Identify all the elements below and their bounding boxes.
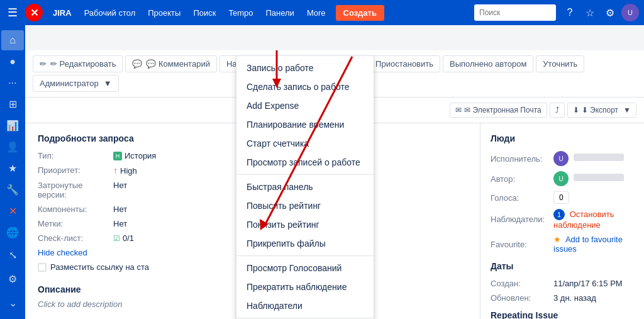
sidebar-person-icon[interactable]: 👤 (1, 137, 24, 157)
nav-tempo[interactable]: Tempo (223, 6, 258, 20)
email-button[interactable]: ✉ ✉ Электронная Почта (450, 103, 547, 118)
done-by-author-button[interactable]: Выполнено автором (443, 55, 533, 72)
done-by-author-label: Выполнено автором (450, 59, 526, 69)
author-label: Автор: (491, 174, 553, 184)
clarify-button[interactable]: Уточнить (536, 55, 584, 72)
affected-versions-value: Нет (113, 181, 127, 190)
updated-row: Обновлен: 3 дн. назад (491, 293, 634, 303)
star-favourite-icon: ★ (553, 235, 561, 244)
place-link-checkbox[interactable] (38, 263, 47, 272)
nav-search[interactable]: Поиск (188, 6, 221, 20)
components-label: Компоненты: (38, 204, 113, 214)
favourite-row: Favourite: ★ Add to favourite issues (491, 235, 634, 254)
author-row: Автор: U (491, 171, 634, 186)
dropdown-item-view-votes[interactable]: Просмотр Голосований (236, 259, 374, 277)
watchers-value: 1 Остановить наблюдение (553, 209, 634, 230)
sidebar-tool-icon[interactable]: 🔧 (1, 179, 24, 199)
sidebar-chart-icon[interactable]: 📊 (1, 116, 24, 136)
place-link-text: Разместить ссылку на ста (50, 262, 149, 272)
pause-button[interactable]: Приостановить (369, 55, 440, 72)
votes-row: Голоса: 0 (491, 191, 634, 204)
sidebar-grid-icon[interactable]: ⊞ (1, 94, 24, 115)
dropdown-item-make-record[interactable]: Сделать запись о работе (236, 77, 374, 96)
nav-panels[interactable]: Панели (260, 6, 299, 20)
sidebar-x-icon[interactable]: ✕ (1, 201, 24, 221)
star-icon[interactable]: ☆ (581, 4, 599, 21)
settings-icon[interactable]: ⚙ (601, 4, 619, 21)
user-avatar[interactable]: U (621, 4, 639, 21)
top-navigation: ☰ ✕ JIRA Рабочий стол Проекты Поиск Temp… (0, 0, 644, 25)
sidebar-planet-icon[interactable]: 🌐 (1, 222, 24, 242)
checklist-value: ☑ 0/1 (113, 233, 134, 243)
dropdown-item-view-records[interactable]: Просмотр записей о работе (236, 153, 374, 172)
sidebar-home-icon[interactable]: ⌂ (1, 30, 24, 50)
author-name (574, 174, 624, 181)
nav-workdesk[interactable]: Рабочий стол (79, 6, 141, 20)
nav-projects[interactable]: Проекты (143, 6, 186, 20)
admin-button[interactable]: Администратор ▼ (33, 75, 119, 92)
labels-value: Нет (113, 219, 127, 228)
author-value: U (553, 171, 624, 186)
sidebar-circle-icon[interactable]: ● (1, 52, 24, 72)
export-label: ⬇ Экспорт (582, 106, 618, 115)
affected-versions-label: Затронутые версии: (38, 181, 113, 199)
sidebar-gear-icon[interactable]: ⚙ (1, 267, 24, 290)
app-logo: ✕ (25, 4, 43, 21)
assignee-value: U (553, 151, 624, 166)
admin-arrow-icon: ▼ (104, 79, 112, 88)
dropdown-item-quick-panel[interactable]: Быстрая панель (236, 177, 374, 196)
pause-label: Приостановить (375, 59, 433, 69)
priority-value: ↑ High (113, 165, 137, 176)
sidebar-dots-icon[interactable]: ··· (1, 73, 24, 93)
checklist-count: 0/1 (123, 233, 134, 243)
edit-label: ✏ Редактировать (50, 59, 116, 69)
export-arrow-icon: ▼ (623, 106, 631, 115)
hide-checked-link[interactable]: Hide checked (38, 248, 87, 257)
priority-text: High (120, 166, 137, 176)
dropdown-item-watchers[interactable]: Наблюдатели (236, 296, 374, 315)
edit-button[interactable]: ✏ ✏ Редактировать (33, 55, 123, 72)
sidebar-expand-icon[interactable]: ⤡ (1, 243, 24, 266)
edit-icon: ✏ (40, 59, 47, 69)
hamburger-menu-icon[interactable]: ☰ (5, 3, 20, 22)
priority-arrow-icon: ↑ (113, 165, 118, 176)
dropdown-item-time-planning[interactable]: Планирование времени (236, 115, 374, 134)
assignee-name (574, 154, 624, 161)
left-sidebar: ⌂ ● ··· ⊞ 📊 👤 ★ 🔧 ✕ 🌐 ⤡ ⚙ ⌄ (0, 25, 25, 319)
create-button[interactable]: Создать (336, 5, 384, 21)
export-button[interactable]: ⬇ ⬇ Экспорт ▼ (567, 103, 636, 118)
dropdown-item-add-expense[interactable]: Add Expense (236, 96, 374, 115)
favourite-label: Favourite: (491, 240, 553, 249)
people-title: Люди (491, 133, 634, 143)
logo-text: ✕ (30, 7, 38, 19)
components-value: Нет (113, 204, 127, 214)
add-favourite-link[interactable]: Add to favourite issues (553, 235, 623, 254)
clarify-label: Уточнить (543, 59, 577, 69)
watchers-label: Наблюдатели: (491, 215, 553, 224)
dropdown-item-attach-files[interactable]: Прикрепить файлы (236, 234, 374, 253)
comment-icon: 💬 (132, 59, 142, 69)
search-input[interactable] (474, 4, 556, 21)
other-actions-dropdown: Запись о работе Сделать запись о работе … (236, 55, 374, 319)
vote-button[interactable]: 0 (553, 191, 569, 204)
email-icon: ✉ (455, 106, 462, 115)
repeating-title: Repeating Issue (491, 310, 634, 319)
nav-more[interactable]: More (302, 6, 331, 20)
priority-label: Приоритет: (38, 165, 113, 175)
people-section: Люди Исполнитель: U Автор: U (491, 133, 634, 254)
sidebar-star-filled-icon[interactable]: ★ (1, 158, 24, 178)
search-area (474, 4, 556, 21)
labels-label: Метки: (38, 219, 113, 228)
dropdown-item-decrease-rating[interactable]: Понизить рейтинг (236, 215, 374, 234)
type-text: История (125, 151, 156, 160)
sidebar-chevron-icon[interactable]: ⌄ (1, 291, 24, 314)
dropdown-item-record-work[interactable]: Запись о работе (236, 59, 374, 77)
share-button[interactable]: ⤴ (550, 103, 565, 118)
dropdown-item-stop-watching[interactable]: Прекратить наблюдение (236, 277, 374, 296)
share-icon: ⤴ (555, 106, 559, 115)
dropdown-item-start-counter[interactable]: Старт счетчика (236, 134, 374, 153)
votes-value: 0 (553, 191, 569, 204)
comment-button[interactable]: 💬 💬 Комментарий (125, 55, 217, 72)
help-icon[interactable]: ? (561, 4, 579, 21)
dropdown-item-increase-rating[interactable]: Повысить рейтинг (236, 196, 374, 215)
